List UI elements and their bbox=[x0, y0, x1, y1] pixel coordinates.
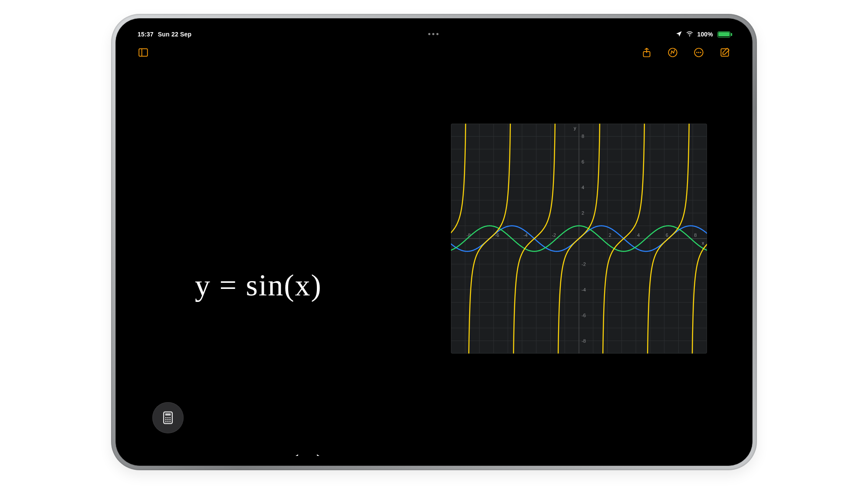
compose-button[interactable] bbox=[718, 46, 731, 59]
location-icon bbox=[676, 30, 682, 38]
svg-text:x: x bbox=[702, 240, 704, 246]
svg-point-6 bbox=[696, 52, 697, 53]
svg-text:-2: -2 bbox=[582, 262, 586, 267]
note-canvas[interactable]: y = sin(x) y = cos(x) y = tan(x) -8-6-4-… bbox=[125, 72, 743, 456]
handwriting-line-1: y = sin(x) bbox=[195, 256, 327, 314]
svg-point-0 bbox=[689, 36, 690, 36]
app-toolbar bbox=[125, 40, 743, 65]
status-bar: 15:37 Sun 22 Sep ••• 100% bbox=[125, 28, 743, 40]
sidebar-toggle-button[interactable] bbox=[137, 46, 150, 59]
graph-svg: -8-6-4-22468-8-6-4-22468yx bbox=[451, 124, 707, 354]
status-time: 15:37 bbox=[138, 31, 154, 38]
svg-text:2: 2 bbox=[582, 210, 584, 216]
svg-text:4: 4 bbox=[582, 185, 584, 190]
math-graph-panel[interactable]: -8-6-4-22468-8-6-4-22468yx bbox=[451, 124, 707, 354]
svg-point-75 bbox=[169, 419, 171, 420]
battery-icon bbox=[717, 31, 730, 38]
svg-point-76 bbox=[165, 421, 167, 422]
svg-rect-1 bbox=[139, 49, 148, 56]
svg-point-72 bbox=[169, 417, 171, 419]
svg-text:-4: -4 bbox=[582, 287, 586, 292]
handwriting-block: y = sin(x) y = cos(x) y = tan(x) bbox=[195, 141, 327, 456]
status-date: Sun 22 Sep bbox=[158, 31, 191, 38]
more-button[interactable] bbox=[692, 46, 705, 59]
svg-point-71 bbox=[168, 417, 169, 419]
svg-point-77 bbox=[168, 421, 169, 422]
svg-point-70 bbox=[165, 417, 167, 419]
svg-text:y: y bbox=[574, 125, 576, 131]
svg-point-7 bbox=[698, 52, 700, 53]
ipad-frame: 15:37 Sun 22 Sep ••• 100% bbox=[111, 14, 757, 470]
svg-text:8: 8 bbox=[582, 134, 584, 139]
battery-percent: 100% bbox=[697, 31, 713, 38]
svg-text:-4: -4 bbox=[523, 233, 528, 238]
wifi-icon bbox=[686, 30, 694, 39]
markup-button[interactable] bbox=[666, 46, 679, 59]
svg-rect-69 bbox=[165, 413, 171, 416]
svg-point-78 bbox=[169, 421, 171, 422]
svg-text:6: 6 bbox=[582, 159, 584, 164]
svg-text:2: 2 bbox=[609, 233, 612, 238]
svg-point-8 bbox=[700, 52, 701, 53]
svg-point-74 bbox=[168, 419, 169, 420]
calculator-button[interactable] bbox=[152, 402, 184, 433]
svg-text:6: 6 bbox=[666, 233, 668, 238]
svg-point-73 bbox=[165, 419, 167, 420]
calculator-icon bbox=[161, 410, 175, 425]
multitask-dots[interactable]: ••• bbox=[125, 30, 743, 39]
share-button[interactable] bbox=[640, 46, 653, 59]
svg-text:-2: -2 bbox=[552, 233, 556, 238]
svg-text:8: 8 bbox=[694, 233, 697, 238]
handwriting-line-2: y = cos(x) bbox=[195, 436, 327, 456]
svg-text:4: 4 bbox=[637, 233, 640, 238]
svg-text:-8: -8 bbox=[582, 338, 586, 344]
svg-text:-6: -6 bbox=[582, 313, 586, 318]
screen: 15:37 Sun 22 Sep ••• 100% bbox=[125, 28, 743, 456]
